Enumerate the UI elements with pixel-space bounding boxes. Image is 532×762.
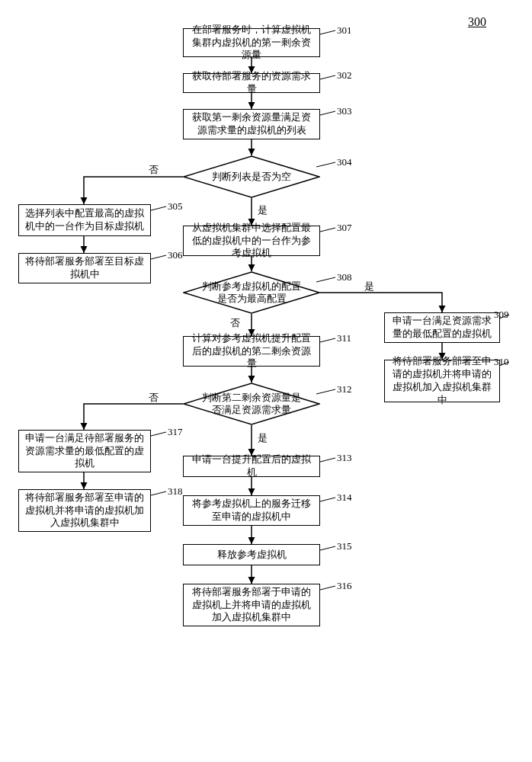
step-316: 将待部署服务部署于申请的虚拟机上并将申请的虚拟机加入虚拟机集群中 — [183, 584, 320, 626]
num-315: 315 — [337, 540, 352, 552]
svg-line-15 — [320, 75, 335, 79]
step-310: 将待部署服务部署至申请的虚拟机并将申请的虚拟机加入虚拟机集群中 — [384, 360, 500, 402]
step-text: 申请一台满足资源需求量的最低配置的虚拟机 — [389, 315, 495, 341]
svg-line-19 — [151, 255, 166, 259]
step-301: 在部署服务时，计算虚拟机集群内虚拟机的第一剩余资源量 — [183, 28, 320, 57]
step-309: 申请一台满足资源需求量的最低配置的虚拟机 — [384, 312, 500, 343]
decision-text: 判断参考虚拟机的配置是否为最高配置 — [183, 271, 320, 314]
step-318: 将待部署服务部署至申请的虚拟机并将申请的虚拟机加入虚拟机集群中 — [18, 489, 151, 532]
step-text: 选择列表中配置最高的虚拟机中的一台作为目标虚拟机 — [24, 207, 146, 233]
label-yes: 是 — [258, 203, 268, 217]
step-302: 获取待部署服务的资源需求量 — [183, 73, 320, 93]
step-text: 获取待部署服务的资源需求量 — [188, 70, 315, 96]
num-304: 304 — [337, 156, 352, 168]
num-301: 301 — [337, 24, 352, 37]
decision-text: 判断第二剩余资源量是否满足资源需求量 — [183, 383, 320, 425]
svg-line-29 — [320, 498, 335, 501]
svg-line-26 — [151, 432, 166, 436]
num-307: 307 — [337, 222, 352, 234]
decision-308: 判断参考虚拟机的配置是否为最高配置 — [183, 271, 320, 314]
num-316: 316 — [337, 580, 352, 592]
step-303: 获取第一剩余资源量满足资源需求量的虚拟机的列表 — [183, 109, 320, 139]
num-309: 309 — [494, 309, 509, 321]
step-313: 申请一台提升配置后的虚拟机 — [183, 456, 320, 477]
svg-line-28 — [320, 458, 335, 462]
svg-line-24 — [320, 338, 335, 342]
svg-line-16 — [320, 111, 335, 115]
svg-line-18 — [151, 207, 166, 210]
num-313: 313 — [337, 452, 352, 464]
step-text: 将待部署服务部署至申请的虚拟机并将申请的虚拟机加入虚拟机集群中 — [389, 355, 495, 407]
svg-line-14 — [320, 30, 335, 34]
decision-304: 判断列表是否为空 — [183, 155, 320, 198]
step-text: 将待部署服务部署至目标虚拟机中 — [24, 255, 146, 281]
svg-line-27 — [151, 491, 166, 495]
num-303: 303 — [337, 105, 352, 117]
num-310: 310 — [494, 356, 509, 368]
svg-line-30 — [320, 546, 335, 550]
label-yes: 是 — [258, 431, 268, 445]
step-311: 计算对参考虚拟机提升配置后的虚拟机的第二剩余资源量 — [183, 336, 320, 367]
step-text: 将参考虚拟机上的服务迁移至申请的虚拟机中 — [188, 498, 315, 523]
num-312: 312 — [337, 383, 352, 395]
step-307: 从虚拟机集群中选择配置最低的虚拟机中的一台作为参考虚拟机 — [183, 226, 320, 256]
label-no: 否 — [230, 316, 240, 330]
num-314: 314 — [337, 491, 352, 504]
step-315: 释放参考虚拟机 — [183, 544, 320, 565]
step-305: 选择列表中配置最高的虚拟机中的一台作为目标虚拟机 — [18, 204, 151, 236]
step-text: 计算对参考虚拟机提升配置后的虚拟机的第二剩余资源量 — [188, 332, 315, 371]
step-text: 在部署服务时，计算虚拟机集群内虚拟机的第一剩余资源量 — [188, 24, 315, 62]
step-text: 获取第一剩余资源量满足资源需求量的虚拟机的列表 — [188, 111, 315, 137]
step-306: 将待部署服务部署至目标虚拟机中 — [18, 253, 151, 283]
num-311: 311 — [337, 332, 351, 344]
svg-line-31 — [320, 586, 335, 590]
num-317: 317 — [168, 426, 183, 438]
step-text: 申请一台满足待部署服务的资源需求量的最低配置的虚拟机 — [24, 432, 146, 471]
step-text: 从虚拟机集群中选择配置最低的虚拟机中的一台作为参考虚拟机 — [188, 222, 315, 261]
step-text: 将待部署服务部署于申请的虚拟机上并将申请的虚拟机加入虚拟机集群中 — [188, 586, 315, 625]
num-305: 305 — [168, 200, 183, 213]
label-no: 否 — [149, 163, 159, 177]
step-text: 释放参考虚拟机 — [217, 549, 287, 562]
svg-line-20 — [320, 228, 335, 232]
num-306: 306 — [168, 249, 183, 261]
num-302: 302 — [337, 69, 352, 82]
decision-312: 判断第二剩余资源量是否满足资源需求量 — [183, 383, 320, 425]
label-yes: 是 — [364, 280, 374, 293]
step-317: 申请一台满足待部署服务的资源需求量的最低配置的虚拟机 — [18, 430, 151, 472]
decision-text: 判断列表是否为空 — [183, 155, 320, 198]
step-text: 申请一台提升配置后的虚拟机 — [188, 453, 315, 479]
label-no: 否 — [149, 391, 159, 405]
step-text: 将待部署服务部署至申请的虚拟机并将申请的虚拟机加入虚拟机集群中 — [24, 491, 146, 530]
num-308: 308 — [337, 271, 352, 283]
num-318: 318 — [168, 485, 183, 498]
step-314: 将参考虚拟机上的服务迁移至申请的虚拟机中 — [183, 495, 320, 526]
